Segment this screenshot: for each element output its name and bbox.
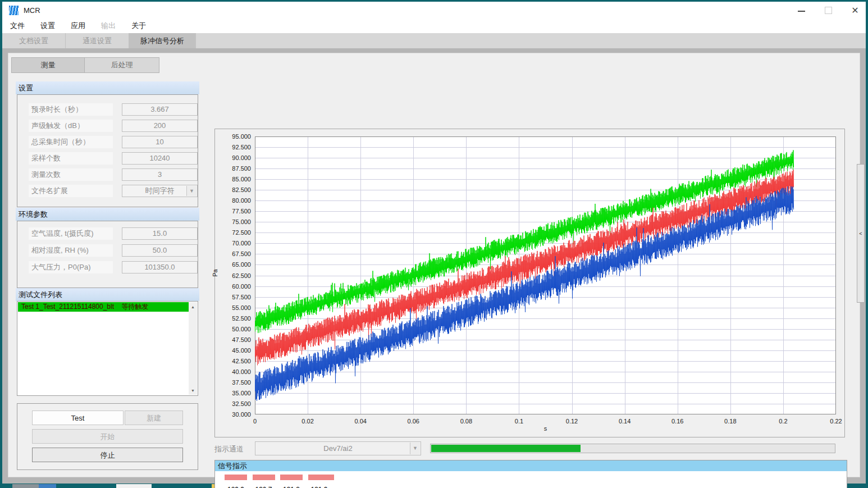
- indicator-top-bar: [308, 475, 334, 480]
- x-axis-label: s: [255, 425, 836, 432]
- y-tick-label: 55.000: [216, 304, 251, 311]
- app-window: MCR ✕ 文件设置应用输出关于 文档设置通道设置脉冲信号分析 < 测量 后处理…: [2, 2, 866, 484]
- indicator-top-bar: [225, 475, 247, 480]
- signal-indicator: 131.9: [308, 471, 334, 488]
- signal-indicator: 129.9: [225, 471, 247, 488]
- window-content: < 测量 后处理 设置 预录时长（秒）3.667声级触发（dB）200总采集时间…: [2, 48, 866, 484]
- x-tick-label: 0.12: [555, 418, 589, 425]
- control-box: Test 新建 开始 停止: [17, 403, 198, 470]
- y-tick-label: 60.000: [216, 283, 251, 290]
- setting-field-label: 声级触发（dB）: [29, 120, 113, 132]
- signal-indication-panel: 信号指示 129.9130.7131.3131.9: [214, 460, 847, 488]
- setting-field-label: 测量次数: [29, 168, 113, 181]
- collapse-pane-handle[interactable]: <: [857, 164, 865, 303]
- test-file-list[interactable]: Test 1_Test_211215114800_blt 等待触发 ▲ ▼: [17, 301, 198, 396]
- y-tick-label: 35.000: [216, 390, 251, 396]
- channel-select-value: Dev7/ai2: [323, 444, 352, 453]
- indicator-top-bar: [280, 475, 303, 480]
- menu-item-应用[interactable]: 应用: [63, 19, 93, 33]
- x-tick-label: 0.02: [291, 418, 325, 425]
- setting-field-input[interactable]: 3.667: [122, 103, 198, 116]
- menu-item-设置[interactable]: 设置: [33, 19, 63, 33]
- settings-group: 预录时长（秒）3.667声级触发（dB）200总采集时间（秒）10采样个数102…: [17, 94, 198, 207]
- y-tick-label: 72.500: [216, 229, 251, 236]
- x-tick-label: 0.18: [714, 418, 747, 425]
- y-tick-label: 57.500: [216, 294, 251, 300]
- file-list-row[interactable]: Test 1_Test_211215114800_blt 等待触发: [18, 302, 189, 312]
- channel-select[interactable]: Dev7/ai2 ▼: [255, 441, 421, 455]
- setting-field-input[interactable]: 3: [122, 168, 198, 181]
- y-tick-label: 70.000: [216, 240, 251, 247]
- y-tick-label: 32.500: [216, 400, 251, 407]
- stop-button[interactable]: 停止: [32, 448, 183, 462]
- y-tick-label: 62.500: [216, 272, 251, 279]
- y-tick-label: 47.500: [216, 336, 251, 343]
- x-tick-label: 0.08: [449, 418, 483, 425]
- scroll-down-icon[interactable]: ▼: [189, 386, 197, 395]
- x-tick-label: 0.2: [766, 418, 800, 425]
- title-bar[interactable]: MCR ✕: [2, 2, 866, 19]
- collapse-pane-arrow-icon: <: [859, 231, 862, 236]
- y-tick-label: 50.000: [216, 326, 251, 332]
- tab-通道设置[interactable]: 通道设置: [66, 33, 129, 48]
- y-tick-label: 75.000: [216, 218, 251, 225]
- x-tick-label: 0.1: [502, 418, 536, 425]
- y-tick-label: 80.000: [216, 197, 251, 204]
- menu-item-文件[interactable]: 文件: [2, 19, 33, 33]
- x-tick-label: 0: [238, 418, 272, 425]
- maximize-button[interactable]: [815, 2, 841, 19]
- env-field-label: 空气温度, t(摄氏度): [29, 227, 113, 240]
- chevron-down-icon: ▼: [186, 186, 197, 196]
- signal-indicator: 131.3: [280, 471, 303, 488]
- file-list-scrollbar[interactable]: ▲ ▼: [189, 302, 197, 395]
- file-list-header: 测试文件列表: [16, 288, 199, 301]
- x-tick-label: 0.06: [396, 418, 430, 425]
- y-tick-label: 92.500: [216, 144, 251, 150]
- y-tick-label: 30.000: [216, 411, 251, 418]
- indicator-channel-label: 指示通道: [214, 444, 244, 454]
- setting-field-input[interactable]: 10: [122, 136, 198, 148]
- y-tick-label: 95.000: [216, 133, 251, 140]
- y-tick-label: 90.000: [216, 154, 251, 161]
- setting-field-label: 预录时长（秒）: [29, 103, 113, 116]
- tab-measure[interactable]: 测量: [11, 57, 85, 73]
- test-name-input[interactable]: Test: [32, 411, 124, 425]
- plot-area: [255, 136, 836, 414]
- minimize-button[interactable]: [788, 2, 814, 19]
- chart-series-channel-red: [255, 170, 794, 365]
- env-header: 环境参数: [16, 208, 199, 221]
- menu-item-关于[interactable]: 关于: [124, 19, 154, 33]
- indicator-top-bar: [253, 475, 275, 480]
- setting-field-input[interactable]: 200: [122, 120, 198, 132]
- x-tick-label: 0.14: [608, 418, 642, 425]
- y-tick-label: 42.500: [216, 358, 251, 364]
- env-field-input[interactable]: 50.0: [122, 244, 198, 257]
- y-tick-label: 37.500: [216, 379, 251, 386]
- acquisition-progress-bar: [430, 444, 835, 453]
- progress-fill: [431, 445, 581, 452]
- tab-脉冲信号分析[interactable]: 脉冲信号分析: [129, 33, 196, 48]
- y-tick-label: 52.500: [216, 315, 251, 322]
- x-tick-label: 0.04: [344, 418, 377, 425]
- setting-field-label: 总采集时间（秒）: [29, 136, 113, 148]
- menu-item-输出[interactable]: 输出: [93, 19, 124, 33]
- taskbar-icon-fragment: [12, 484, 56, 488]
- scroll-up-icon[interactable]: ▲: [189, 302, 197, 311]
- maximize-icon: [825, 7, 832, 14]
- setting-field-input[interactable]: 10240: [122, 152, 198, 165]
- y-tick-label: 77.500: [216, 208, 251, 215]
- y-tick-label: 85.000: [216, 176, 251, 183]
- new-button[interactable]: 新建: [125, 411, 183, 425]
- y-tick-label: 40.000: [216, 368, 251, 375]
- start-button[interactable]: 开始: [32, 429, 183, 444]
- setting-field-input[interactable]: 时间字符▼: [122, 185, 198, 197]
- indicator-value: 131.9: [303, 486, 336, 488]
- signal-panel-header: 信号指示: [215, 460, 847, 471]
- tab-postprocess[interactable]: 后处理: [85, 57, 159, 73]
- tab-文档设置[interactable]: 文档设置: [2, 33, 66, 48]
- x-tick-label: 0.16: [661, 418, 695, 425]
- env-field-input[interactable]: 15.0: [122, 227, 198, 240]
- close-button[interactable]: ✕: [842, 2, 868, 19]
- env-field-input[interactable]: 101350.0: [122, 261, 198, 273]
- app-logo-icon: [9, 6, 19, 15]
